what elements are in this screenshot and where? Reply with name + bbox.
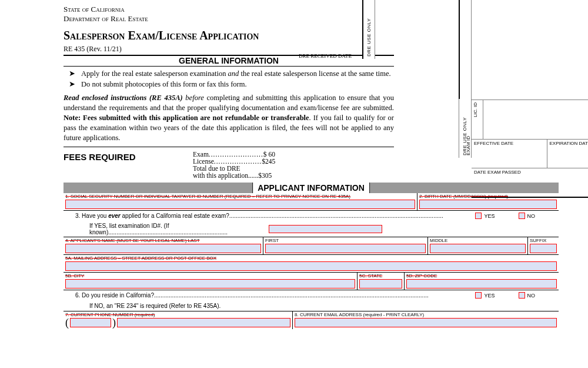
q3-no[interactable]: NO [519,213,536,219]
mailing-address-input[interactable] [65,261,557,271]
q6-yes[interactable]: YES [475,292,495,299]
phone-area-input[interactable] [70,318,111,327]
name-last-label: 4. APPLICANT'S NAME (MUST BE YOUR LEGAL … [65,238,261,243]
bullet-arrow-icon: ➤ [64,69,81,79]
email-label: 8. CURRENT EMAIL ADDRESS (required - PRI… [295,312,557,317]
q3-label: 3. Have you ever applied for a Californi… [64,213,475,219]
expiration-date-box: EXPIRATION DATE [547,140,589,168]
fees-section: FEES REQUIRED Exam......................… [64,151,394,179]
city-label: 5B. CITY [65,273,355,279]
q6-sub-label: If NO, an "RE 234" is required (Refer to… [64,303,220,309]
effective-date-box: EFFECTIVE DATE [472,140,547,168]
q3-sub-label: If YES, list examination ID#. (If known)… [64,223,265,236]
city-input[interactable] [65,279,355,289]
fees-required-header: FEES REQUIRED [64,151,193,162]
name-suffix-input[interactable] [530,244,557,253]
bullet-1: ➤ Apply for the real estate salesperson … [64,69,394,79]
ssn-input[interactable] [65,200,415,209]
name-first-label: FIRST [265,238,426,243]
phone-label: 7. CURRENT PHONE NUMBER (required) [65,312,290,317]
ssn-label: 1. SOCIAL SECURITY NUMBER OR INDIVIDUAL … [65,194,415,199]
q3-yes[interactable]: YES [475,213,495,219]
exam-id-input[interactable] [269,225,382,233]
email-input[interactable] [295,318,557,327]
zip-label: 5D. ZIP CODE [406,273,557,279]
phone-paren-close: ) [112,317,116,328]
bullet-arrow-icon: ➤ [64,79,81,89]
name-last-input[interactable] [65,244,261,253]
birthdate-input[interactable] [419,200,557,209]
state-input[interactable] [359,279,402,289]
state-label: 5C. STATE [359,273,402,279]
applicant-info-band: APPLICANT INFORMATION [64,183,559,193]
dre-exam-id-stub: DRE USE ONLYEXAM ID [459,99,472,158]
phone-paren-open: ( [65,317,69,328]
name-suffix-label: SUFFIX [530,238,557,243]
bullet-2: ➤ Do not submit photocopies of this form… [64,79,394,89]
name-middle-label: MIDDLE [430,238,526,243]
name-middle-input[interactable] [430,244,526,253]
q6-no[interactable]: NO [519,292,536,299]
zip-input[interactable] [406,279,557,289]
name-first-input[interactable] [265,244,426,253]
phone-number-input[interactable] [117,318,290,327]
instructions-paragraph: Read enclosed instructions (RE 435A) bef… [64,93,394,142]
official-use-boxes: LIC. ID EFFECTIVE DATEEXPIRATION DATE DA… [472,0,588,198]
dre-use-only-stub-1: DRE USE ONLY [362,0,375,59]
birthdate-label: 2. BIRTH DATE (MM/DD/YYYY) (required) [419,194,557,199]
mailing-address-label: 5A. MAILING ADDRESS – STREET ADDRESS OR … [65,256,557,261]
dre-received-date-label: DRE RECEIVED DATE [299,53,352,59]
q6-label: 6. Do you reside in California?.........… [64,292,475,299]
